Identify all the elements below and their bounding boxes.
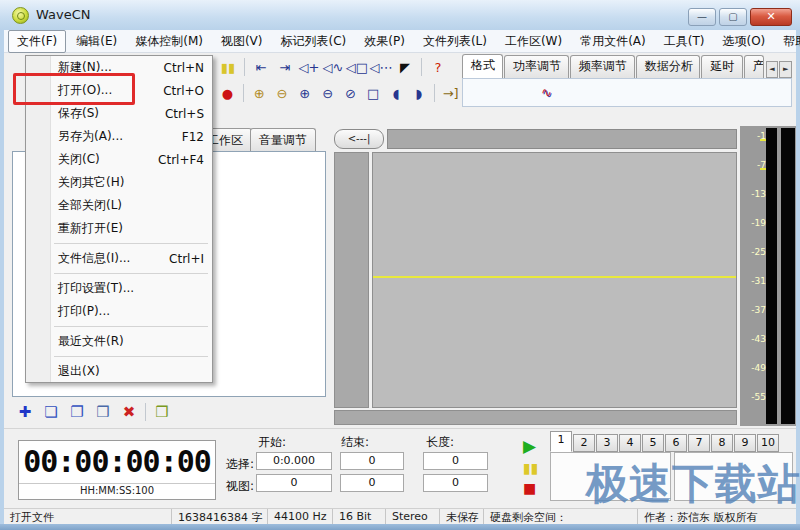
maximize-button[interactable]: ▢ <box>719 8 747 26</box>
file-menu-item-12[interactable]: 打印(P)... <box>26 300 212 323</box>
select-to-start-icon[interactable]: ⇤ <box>249 56 273 78</box>
menubar-item-4[interactable]: 标记列表(C) <box>273 31 355 52</box>
meter-scale-label: -7 <box>742 160 766 170</box>
zoom-in-vertical-icon[interactable]: ⊕ <box>248 82 271 104</box>
file-menu-item-4[interactable]: 关闭(C)Ctrl+F4 <box>26 148 212 171</box>
select-length-field[interactable]: 0 <box>423 452 488 470</box>
file-menu-item-2[interactable]: 保存(S)Ctrl+S <box>26 102 212 125</box>
select-region-icon[interactable]: ◁□ <box>345 56 369 78</box>
select-end-field[interactable]: 0 <box>340 452 404 470</box>
meter-bar-left <box>766 128 777 424</box>
menubar-item-1[interactable]: 编辑(E) <box>68 31 125 52</box>
add-file-icon[interactable]: ❏ <box>38 403 64 421</box>
pause-icon[interactable]: ▮▮ <box>216 56 240 78</box>
menu-separator <box>26 353 212 360</box>
select-start-field[interactable]: 0:0.000 <box>256 452 332 470</box>
preset-tab-4[interactable]: 4 <box>619 434 641 452</box>
status-cell-0: 打开文件 <box>4 509 172 524</box>
wave-scroll-strip[interactable] <box>334 410 737 425</box>
select-wave-icon[interactable]: ◁∿ <box>321 56 345 78</box>
file-menu-item-3[interactable]: 另存为(A)...F12 <box>26 125 212 148</box>
meter-scale-label: -25 <box>742 247 766 257</box>
preset-tab-6[interactable]: 6 <box>665 434 687 452</box>
stop-button[interactable]: ■ <box>523 480 536 496</box>
workspace-tab-1[interactable]: 音量调节 <box>250 128 316 151</box>
file-menu-item-6[interactable]: 全部关闭(L) <box>26 194 212 217</box>
zoom-off-icon[interactable]: ⊘ <box>339 82 362 104</box>
file-menu-item-5[interactable]: 关闭其它(H) <box>26 171 212 194</box>
preset-tab-3[interactable]: 3 <box>596 434 618 452</box>
menubar-item-0[interactable]: 文件(F) <box>8 30 66 53</box>
menubar-item-2[interactable]: 媒体控制(M) <box>127 31 211 52</box>
effect-tabs-scroll-right[interactable]: ► <box>779 61 792 78</box>
effect-tab-5[interactable]: 产 <box>744 55 764 78</box>
effect-tab-1[interactable]: 功率调节 <box>504 55 569 78</box>
minimize-button[interactable]: — <box>688 8 716 26</box>
file-menu-item-16[interactable]: 退出(X) <box>26 360 212 383</box>
menubar-item-11[interactable]: 帮助(H) <box>775 31 800 52</box>
file-menu-item-14[interactable]: 最近文件(R) <box>26 330 212 353</box>
preset-tab-1[interactable]: 1 <box>550 431 572 452</box>
timeline-bar[interactable] <box>387 129 737 149</box>
window-frame-bottom <box>0 524 800 530</box>
format-conversion-icon[interactable]: ∿ <box>541 85 552 100</box>
preset-tab-2[interactable]: 2 <box>573 434 595 452</box>
record-icon[interactable]: ● <box>216 82 239 104</box>
select-row-label: 选择: <box>226 456 254 473</box>
open-folder-icon[interactable]: ❒ <box>149 403 175 421</box>
menubar-item-3[interactable]: 视图(V) <box>213 31 271 52</box>
preset-tab-5[interactable]: 5 <box>642 434 664 452</box>
select-all-icon[interactable]: ◁⋯ <box>369 56 393 78</box>
file-menu-item-label: 另存为(A)... <box>58 128 123 145</box>
help-icon[interactable]: ? <box>426 56 450 78</box>
view-end-field[interactable]: 0 <box>340 474 404 492</box>
file-menu-item-7[interactable]: 重新打开(E) <box>26 217 212 240</box>
select-left-icon[interactable]: ◁+ <box>297 56 321 78</box>
view-start-field[interactable]: 0 <box>256 474 332 492</box>
waveform-display[interactable] <box>372 152 737 408</box>
effect-tab-4[interactable]: 延时 <box>701 55 742 78</box>
menubar-item-6[interactable]: 文件列表(L) <box>415 31 495 52</box>
zoom-right-icon[interactable]: ◗ <box>407 82 430 104</box>
select-to-end-icon[interactable]: ⇥ <box>273 56 297 78</box>
effect-tabs-scroll-left[interactable]: ◄ <box>766 61 779 78</box>
file-menu-item-11[interactable]: 打印设置(T)... <box>26 277 212 300</box>
file-list-toolbar: ✚❏❐❒✖❒ <box>12 399 326 425</box>
effect-tab-0[interactable]: 格式 <box>462 54 503 79</box>
toolbar-separator <box>434 84 435 102</box>
preset-tab-7[interactable]: 7 <box>688 434 710 452</box>
preset-tab-10[interactable]: 10 <box>757 434 779 452</box>
zoom-selection-icon[interactable]: □ <box>362 82 385 104</box>
view-length-field[interactable]: 0 <box>423 474 488 492</box>
delete-icon[interactable]: ✖ <box>116 403 142 421</box>
close-button[interactable]: ✕ <box>750 8 792 26</box>
preset-tab-9[interactable]: 9 <box>734 434 756 452</box>
zoom-in-icon[interactable]: ⊕ <box>293 82 316 104</box>
file-menu-item-9[interactable]: 文件信息(I)...Ctrl+I <box>26 247 212 270</box>
scroll-back-button[interactable]: <---| <box>334 129 384 149</box>
zoom-out-vertical-icon[interactable]: ⊖ <box>271 82 294 104</box>
zoom-left-icon[interactable]: ◖ <box>385 82 408 104</box>
exit-icon[interactable]: →] <box>439 82 462 104</box>
pause-button[interactable]: ▮▮ <box>523 460 538 476</box>
effect-tab-2[interactable]: 频率调节 <box>570 55 635 78</box>
add-icon[interactable]: ✚ <box>12 403 38 421</box>
import-folder-icon[interactable]: ❒ <box>90 403 116 421</box>
zoom-out-icon[interactable]: ⊖ <box>316 82 339 104</box>
menu-separator <box>26 270 212 277</box>
menubar-item-7[interactable]: 工作区(W) <box>497 31 570 52</box>
menubar-item-9[interactable]: 工具(T) <box>656 31 713 52</box>
preset-tab-bar: 12345678910 <box>550 431 794 452</box>
menubar-item-5[interactable]: 效果(P) <box>356 31 413 52</box>
effect-tab-3[interactable]: 数据分析 <box>636 55 701 78</box>
play-button[interactable]: ▶ <box>523 438 536 454</box>
marker-icon[interactable]: ◤ <box>393 56 417 78</box>
menubar-item-10[interactable]: 选项(O) <box>714 31 773 52</box>
file-menu-item-shortcut: Ctrl+I <box>169 252 204 266</box>
copy-file-icon[interactable]: ❐ <box>64 403 90 421</box>
menubar-item-8[interactable]: 常用文件(A) <box>572 31 654 52</box>
title-bar[interactable]: WaveCN — ▢ ✕ <box>0 0 800 30</box>
preset-tab-8[interactable]: 8 <box>711 434 733 452</box>
status-cell-5: 未保存 <box>440 509 484 524</box>
meter-bar-right <box>781 128 795 424</box>
